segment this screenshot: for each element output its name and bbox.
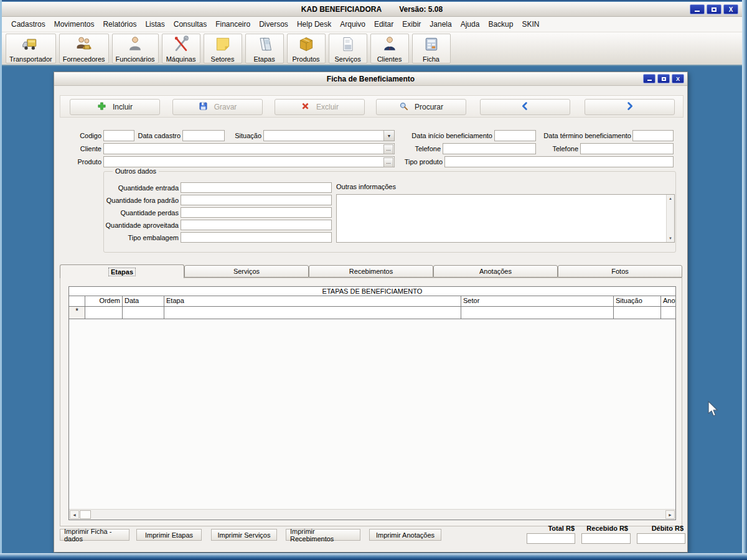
cell-situacao[interactable] (614, 307, 661, 319)
main-toolbar: Transportador Fornecedores Funcionários … (2, 32, 742, 66)
gravar-label: Gravar (214, 103, 237, 111)
ficha-close-button[interactable]: X (672, 74, 684, 83)
incluir-button[interactable]: Incluir (70, 99, 160, 115)
menu-ajuda[interactable]: Ajuda (456, 18, 484, 30)
situacao-select[interactable]: ▼ (263, 130, 395, 141)
tab-etapas[interactable]: Etapas (60, 264, 184, 278)
toolbar-etapas-button[interactable]: Etapas (245, 34, 284, 63)
telefone1-input[interactable] (443, 143, 536, 154)
produto-field[interactable]: ... (103, 156, 395, 167)
menu-help-desk[interactable]: Help Desk (293, 18, 336, 30)
imprimir-etapas-button[interactable]: Imprimir Etapas (136, 529, 202, 541)
cliente-field[interactable]: ... (103, 143, 395, 154)
previous-record-button[interactable] (480, 99, 570, 115)
menu-diversos[interactable]: Diversos (255, 18, 293, 30)
toolbar-maquinas-label: Máquinas (166, 55, 196, 63)
grid-new-row[interactable]: * (69, 307, 675, 319)
codigo-input[interactable] (103, 130, 134, 141)
imprimir-servicos-button[interactable]: Imprimir Serviços (211, 529, 277, 541)
scroll-right-icon[interactable]: ► (665, 510, 675, 519)
menu-listas[interactable]: Listas (141, 18, 169, 30)
toolbar-transportador-button[interactable]: Transportador (6, 34, 56, 63)
minimize-button[interactable] (690, 4, 705, 14)
gravar-button[interactable]: Gravar (172, 99, 263, 115)
close-button[interactable]: X (723, 4, 738, 14)
telefone2-input[interactable] (580, 143, 674, 154)
data-inicio-input[interactable] (494, 130, 536, 141)
grid-header-situacao: Situação (614, 296, 661, 306)
tipo-embalagem-input[interactable] (181, 232, 332, 243)
scroll-left-icon[interactable]: ◄ (70, 510, 79, 519)
excluir-button[interactable]: Excluir (275, 99, 365, 115)
menu-backup[interactable]: Backup (484, 18, 517, 30)
toolbar-funcionarios-button[interactable]: Funcionários (112, 34, 159, 63)
quantidade-entrada-label: Quantidade entrada (104, 182, 179, 194)
toolbar-clientes-button[interactable]: Clientes (370, 34, 409, 63)
menu-consultas[interactable]: Consultas (169, 18, 211, 30)
toolbar-clientes-label: Clientes (377, 55, 402, 63)
cliente-browse-button[interactable]: ... (383, 144, 393, 154)
maximize-button[interactable] (707, 4, 721, 14)
scroll-up-icon[interactable]: ▲ (667, 195, 674, 202)
toolbar-produtos-button[interactable]: Produtos (287, 34, 326, 63)
menubar: Cadastros Movimentos Relatórios Listas C… (2, 17, 742, 32)
cell-etapa[interactable] (164, 307, 461, 319)
tab-servicos[interactable]: Serviços (184, 265, 309, 278)
quantidade-perdas-input[interactable] (181, 207, 332, 218)
tipo-produto-label: Tipo produto (403, 156, 443, 167)
produto-browse-button[interactable]: ... (383, 157, 393, 167)
next-record-button[interactable] (585, 99, 675, 115)
imprimir-ficha-dados-button[interactable]: Imprimir Ficha - dados (60, 529, 129, 541)
tab-anotacoes[interactable]: Anotações (433, 265, 558, 278)
menu-skin[interactable]: SKIN (517, 18, 543, 30)
grid-horizontal-scrollbar[interactable]: ◄ ► (69, 509, 675, 520)
data-cadastro-input[interactable] (182, 130, 225, 141)
menu-janela[interactable]: Janela (425, 18, 456, 30)
menu-movimentos[interactable]: Movimentos (50, 18, 99, 30)
outras-informacoes-textarea[interactable] (337, 195, 666, 242)
menu-arquivo[interactable]: Arquivo (336, 18, 370, 30)
toolbar-ficha-button[interactable]: Ficha (412, 34, 451, 63)
data-termino-input[interactable] (632, 130, 674, 141)
toolbar-setores-button[interactable]: Setores (204, 34, 242, 63)
cell-setor[interactable] (461, 307, 614, 319)
menu-relatorios[interactable]: Relatórios (98, 18, 141, 30)
data-cadastro-label: Data cadastro (137, 130, 181, 141)
cell-ordem[interactable] (85, 307, 123, 319)
debito-label: Débito R$ (621, 525, 684, 532)
ficha-minimize-button[interactable] (643, 74, 655, 83)
total-input[interactable] (527, 533, 575, 544)
cell-anotacoes[interactable] (661, 307, 675, 319)
menu-editar[interactable]: Editar (370, 18, 398, 30)
ficha-window: Ficha de Beneficiamento X Incluir Gravar… (54, 72, 688, 553)
quantidade-aproveitada-input[interactable] (181, 220, 332, 230)
imprimir-anotacoes-button[interactable]: Imprimir Anotações (369, 529, 441, 541)
app-title-text: KAD BENEFICIADORA (301, 5, 382, 14)
debito-input[interactable] (637, 533, 685, 544)
tab-recebimentos[interactable]: Recebimentos (309, 265, 433, 278)
toolbar-fornecedores-button[interactable]: Fornecedores (59, 34, 109, 63)
menu-cadastros[interactable]: Cadastros (7, 18, 50, 30)
procurar-button[interactable]: Procurar (376, 99, 466, 115)
procurar-label: Procurar (415, 103, 443, 111)
ficha-titlebar[interactable]: Ficha de Beneficiamento X (54, 72, 687, 86)
note-icon (214, 35, 232, 55)
quantidade-fora-padrao-input[interactable] (181, 195, 332, 205)
scrollbar-thumb[interactable] (80, 510, 91, 519)
toolbar-maquinas-button[interactable]: Máquinas (162, 34, 200, 63)
ficha-maximize-button[interactable] (657, 74, 670, 83)
imprimir-recebimentos-button[interactable]: Imprimir Recebimentos (286, 529, 360, 541)
scroll-down-icon[interactable]: ▼ (667, 235, 674, 242)
tab-fotos[interactable]: Fotos (558, 265, 682, 278)
chevron-down-icon[interactable]: ▼ (383, 131, 394, 141)
recebido-input[interactable] (581, 533, 631, 544)
menu-financeiro[interactable]: Financeiro (211, 18, 255, 30)
toolbar-servicos-button[interactable]: Serviços (329, 34, 367, 63)
codigo-label: Codigo (73, 130, 101, 141)
cell-data[interactable] (123, 307, 164, 319)
quantidade-aproveitada-label: Quantidade aproveitada (104, 220, 179, 231)
menu-exibir[interactable]: Exibir (398, 18, 425, 30)
quantidade-entrada-input[interactable] (181, 182, 332, 193)
textarea-scrollbar[interactable]: ▲ ▼ (666, 195, 674, 242)
tipo-produto-input[interactable] (444, 156, 674, 167)
